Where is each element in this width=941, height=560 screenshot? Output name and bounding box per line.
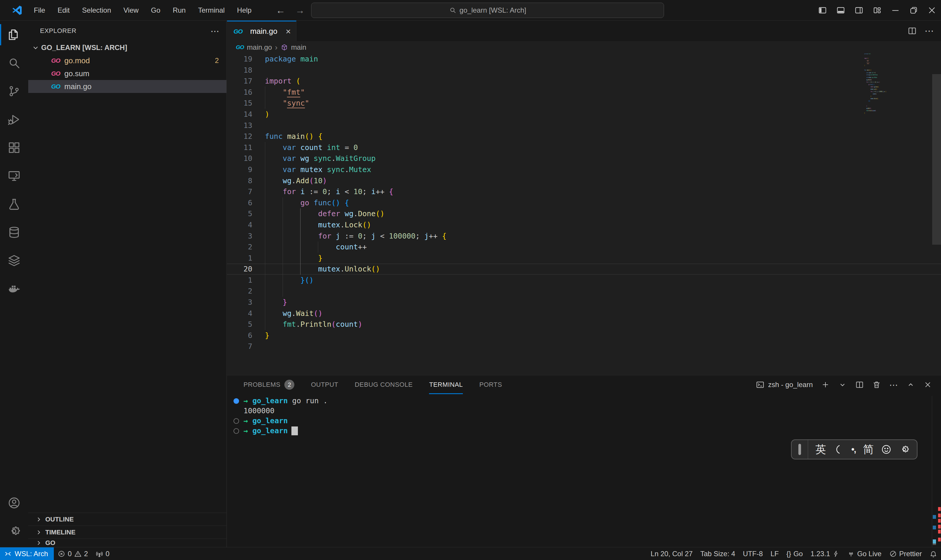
menu-selection[interactable]: Selection — [76, 0, 117, 21]
panel-tab-debug-console[interactable]: DEBUG CONSOLE — [355, 375, 412, 394]
remote-indicator[interactable]: WSL: Arch — [0, 547, 54, 560]
file-row-go-sum[interactable]: GOgo.sum — [28, 67, 226, 80]
close-window-icon[interactable] — [923, 0, 941, 21]
code-line[interactable]: 18 — [227, 65, 941, 76]
code-line[interactable]: 3 for j := 0; j < 100000; j++ { — [227, 231, 941, 242]
toggle-panel-icon[interactable] — [832, 0, 850, 21]
code-line[interactable]: 19package main — [227, 54, 941, 65]
code-line[interactable]: 5 defer wg.Done() — [227, 208, 941, 219]
code-line[interactable]: 1 } — [227, 253, 941, 264]
source-control-icon[interactable] — [0, 77, 28, 105]
customize-layout-icon[interactable] — [868, 0, 886, 21]
file-row-main-go[interactable]: GOmain.go — [28, 80, 226, 93]
menu-edit[interactable]: Edit — [51, 0, 76, 21]
current-code-line[interactable]: 20 mutex.Unlock() — [227, 263, 941, 275]
editor-scrollbar[interactable] — [932, 74, 941, 245]
ime-toolbar[interactable]: 英 •, 简 — [791, 439, 918, 459]
menu-go[interactable]: Go — [145, 0, 166, 21]
code-line[interactable]: 15 "sync" — [227, 98, 941, 109]
menu-help[interactable]: Help — [231, 0, 258, 21]
code-line[interactable]: 14) — [227, 109, 941, 120]
panel-tab-terminal[interactable]: TERMINAL — [429, 375, 463, 394]
eol-sequence[interactable]: LF — [767, 547, 783, 560]
minimize-icon[interactable] — [886, 0, 904, 21]
workspace-root-folder[interactable]: GO_LEARN [WSL: ARCH] — [28, 41, 226, 54]
toggle-primary-sidebar-icon[interactable] — [813, 0, 832, 21]
command-center-search[interactable]: go_learn [WSL: Arch] — [311, 3, 664, 18]
punctuation-icon[interactable]: •, — [851, 445, 856, 454]
cursor-position[interactable]: Ln 20, Col 27 — [647, 547, 697, 560]
problems-status[interactable]: 0 2 — [54, 547, 92, 560]
code-line[interactable]: 7 — [227, 341, 941, 352]
terminal[interactable]: → go_learn go run .1000000→ go_learn→ go… — [227, 396, 930, 547]
breadcrumb-symbol[interactable]: main — [291, 43, 306, 51]
code-line[interactable]: 17import ( — [227, 75, 941, 87]
code-line[interactable]: 8 wg.Add(10) — [227, 175, 941, 186]
code-line[interactable]: 12func main() { — [227, 131, 941, 142]
layers-icon[interactable] — [0, 246, 28, 275]
forwarded-ports-status[interactable]: 0 — [92, 547, 113, 560]
english-mode-icon[interactable]: 英 — [815, 442, 826, 457]
back-arrow-icon[interactable]: ← — [276, 5, 285, 16]
emoji-icon[interactable] — [881, 444, 892, 455]
menu-terminal[interactable]: Terminal — [192, 0, 231, 21]
half-moon-icon[interactable] — [833, 444, 844, 455]
code-line[interactable]: 6} — [227, 330, 941, 341]
menu-file[interactable]: File — [28, 0, 51, 21]
extensions-icon[interactable] — [0, 134, 28, 162]
panel-tab-problems[interactable]: PROBLEMS2 — [243, 375, 294, 394]
close-tab-icon[interactable]: × — [286, 26, 291, 37]
new-terminal-icon[interactable] — [821, 380, 830, 389]
ime-handle[interactable] — [792, 440, 808, 459]
remote-explorer-icon[interactable] — [0, 162, 28, 190]
code-line[interactable]: 10 var wg sync.WaitGroup — [227, 153, 941, 164]
prettier-status[interactable]: Prettier — [886, 547, 926, 560]
section-outline[interactable]: OUTLINE — [28, 513, 226, 526]
language-mode[interactable]: {}Go — [783, 547, 807, 560]
settings-icon[interactable] — [899, 444, 910, 455]
panel-tab-output[interactable]: OUTPUT — [311, 375, 338, 394]
section-timeline[interactable]: TIMELINE — [28, 526, 226, 538]
menu-view[interactable]: View — [117, 0, 145, 21]
maximize-panel-icon[interactable] — [906, 380, 915, 389]
panel-more-actions-icon[interactable]: ⋯ — [889, 380, 898, 390]
code-line[interactable]: 4 mutex.Lock() — [227, 219, 941, 231]
explorer-more-actions-icon[interactable]: ⋯ — [211, 26, 219, 36]
run-and-debug-icon[interactable] — [0, 105, 28, 134]
close-panel-icon[interactable] — [923, 380, 932, 389]
file-row-go-mod[interactable]: GOgo.mod2 — [28, 54, 226, 67]
code-line[interactable]: 9 var mutex sync.Mutex — [227, 164, 941, 175]
database-icon[interactable] — [0, 218, 28, 246]
notifications-bell-icon[interactable] — [926, 547, 941, 560]
search-icon[interactable] — [0, 49, 28, 77]
code-line[interactable]: 1 }() — [227, 275, 941, 286]
split-editor-icon[interactable] — [907, 26, 917, 35]
simplified-chinese-icon[interactable]: 简 — [863, 442, 874, 457]
minimap[interactable]: package mainimport ( "fmt" "sync")func m… — [863, 54, 933, 176]
split-terminal-icon[interactable] — [855, 380, 864, 389]
code-line[interactable]: 7 for i := 0; i < 10; i++ { — [227, 186, 941, 197]
code-line[interactable]: 5 fmt.Println(count) — [227, 319, 941, 330]
panel-tab-ports[interactable]: PORTS — [479, 375, 502, 394]
go-version[interactable]: 1.23.1 — [807, 547, 843, 560]
toggle-secondary-sidebar-icon[interactable] — [850, 0, 868, 21]
go-live-button[interactable]: Go Live — [843, 547, 886, 560]
accounts-icon[interactable] — [0, 489, 28, 517]
testing-icon[interactable] — [0, 190, 28, 218]
settings-icon[interactable] — [0, 517, 28, 545]
restore-icon[interactable] — [904, 0, 923, 21]
code-line[interactable]: 13 — [227, 120, 941, 131]
kill-terminal-icon[interactable] — [872, 380, 881, 389]
terminal-instance[interactable]: zsh - go_learn — [756, 380, 813, 389]
section-go[interactable]: GO — [28, 538, 226, 547]
explorer-icon[interactable] — [0, 21, 28, 49]
encoding[interactable]: UTF-8 — [739, 547, 767, 560]
docker-icon[interactable] — [0, 275, 28, 303]
launch-profile-chevron-icon[interactable] — [838, 380, 847, 389]
code-line[interactable]: 6 go func() { — [227, 197, 941, 209]
scrollbar-slider[interactable] — [933, 539, 936, 543]
tab-main-go[interactable]: GO main.go × — [227, 21, 297, 41]
code-line[interactable]: 3 } — [227, 297, 941, 308]
code-line[interactable]: 11 var count int = 0 — [227, 142, 941, 153]
code-line[interactable]: 16 "fmt" — [227, 87, 941, 98]
